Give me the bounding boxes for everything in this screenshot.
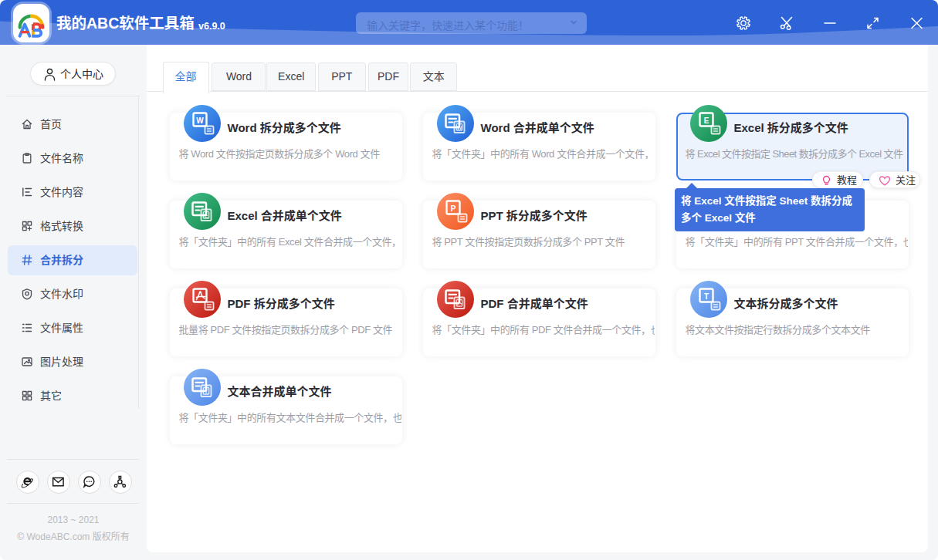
svg-text:P: P	[450, 204, 455, 213]
svg-text:E: E	[204, 212, 208, 219]
svg-text:W: W	[196, 116, 204, 125]
svg-text:T: T	[703, 292, 708, 301]
svg-text:T: T	[204, 388, 208, 395]
svg-text:E: E	[703, 116, 709, 125]
svg-text:W: W	[456, 124, 462, 131]
